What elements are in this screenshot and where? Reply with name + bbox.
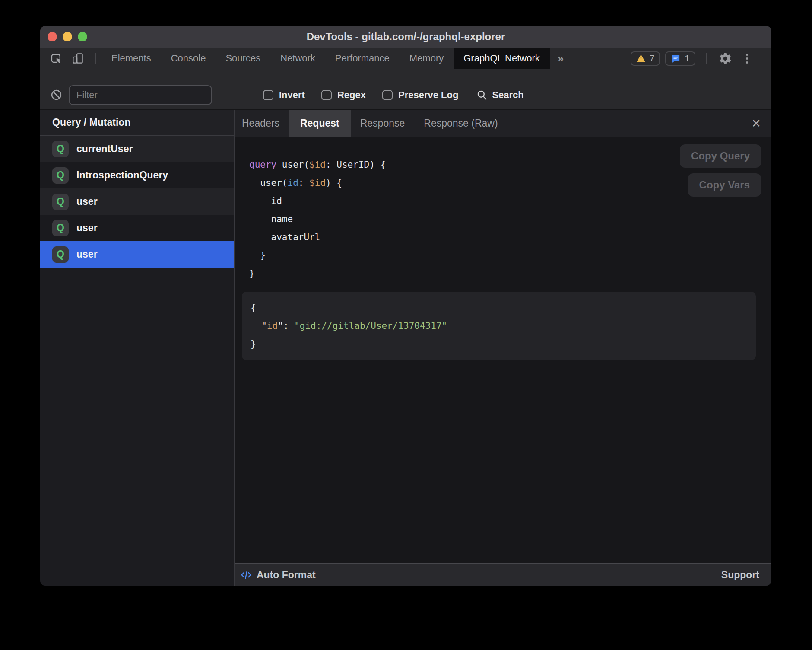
checkbox-regex-2[interactable] bbox=[321, 90, 332, 100]
warning-icon bbox=[636, 54, 646, 63]
gear-icon bbox=[719, 52, 732, 65]
main-toolbar: ElementsConsoleSourcesNetworkPerformance… bbox=[40, 48, 771, 69]
code-format-icon bbox=[240, 569, 252, 581]
device-toolbar-icon bbox=[71, 52, 84, 65]
clear-requests-button[interactable] bbox=[47, 86, 65, 104]
query-name: IntrospectionQuery bbox=[76, 169, 168, 181]
tab-memory[interactable]: Memory bbox=[400, 48, 454, 69]
titlebar: DevTools - gitlab.com/-/graphql-explorer bbox=[40, 26, 771, 48]
more-tabs-button[interactable]: » bbox=[550, 48, 571, 69]
sidebar-item-currentuser[interactable]: QcurrentUser bbox=[40, 136, 234, 162]
tab-sources[interactable]: Sources bbox=[216, 48, 270, 69]
sidebar-header: Query / Mutation bbox=[40, 110, 234, 136]
detail-tab-response[interactable]: Response bbox=[351, 110, 415, 137]
message-icon bbox=[671, 54, 681, 64]
content-area: Query / Mutation QcurrentUserQIntrospect… bbox=[40, 110, 771, 586]
support-link[interactable]: Support bbox=[721, 569, 759, 581]
detail-tab-response-raw[interactable]: Response (Raw) bbox=[414, 110, 507, 137]
inspect-cursor-icon bbox=[50, 52, 63, 65]
query-type-badge: Q bbox=[52, 141, 69, 157]
query-name: currentUser bbox=[76, 143, 133, 155]
checkbox-label[interactable]: Preserve Log bbox=[398, 89, 458, 101]
window-title: DevTools - gitlab.com/-/graphql-explorer bbox=[40, 31, 771, 43]
issues-badge[interactable]: 1 bbox=[665, 51, 695, 66]
filter-bar: InvertRegexPreserve Log Search bbox=[40, 69, 771, 110]
requests-sidebar: Query / Mutation QcurrentUserQIntrospect… bbox=[40, 110, 234, 586]
detail-tabs: HeadersRequestResponseResponse (Raw)✕ bbox=[235, 110, 771, 137]
detail-panel: HeadersRequestResponseResponse (Raw)✕ Co… bbox=[235, 110, 771, 586]
checkbox-label[interactable]: Invert bbox=[279, 89, 305, 101]
filter-input[interactable] bbox=[69, 85, 212, 105]
filter-toggle-preserve-log: Preserve Log bbox=[382, 89, 458, 101]
search-label: Search bbox=[492, 89, 523, 101]
toolbar-separator bbox=[95, 53, 96, 64]
sidebar-item-introspectionquery[interactable]: QIntrospectionQuery bbox=[40, 162, 234, 188]
query-name: user bbox=[76, 249, 98, 260]
detail-tab-headers[interactable]: Headers bbox=[242, 110, 289, 137]
zoom-window-button[interactable] bbox=[78, 32, 87, 41]
search-button[interactable]: Search bbox=[476, 89, 523, 101]
block-icon bbox=[50, 89, 63, 101]
query-name: user bbox=[76, 196, 98, 207]
checkbox-invert-2[interactable] bbox=[263, 90, 273, 100]
query-type-badge: Q bbox=[52, 246, 69, 263]
settings-button[interactable] bbox=[717, 50, 733, 67]
sidebar-item-user-3[interactable]: Quser bbox=[40, 241, 234, 268]
copy-query-button[interactable]: Copy Query bbox=[680, 144, 761, 168]
auto-format-button[interactable]: Auto Format bbox=[257, 569, 316, 581]
devtools-window: DevTools - gitlab.com/-/graphql-explorer… bbox=[40, 26, 771, 586]
request-tab-content: Copy Query Copy Vars query user($id: Use… bbox=[235, 137, 771, 563]
filter-toggle-invert: Invert bbox=[263, 89, 305, 101]
detail-footer: Auto Format Support bbox=[235, 563, 771, 586]
kebab-menu-icon bbox=[746, 54, 748, 64]
toolbar-left bbox=[40, 48, 102, 69]
window-controls bbox=[48, 26, 87, 48]
warnings-badge[interactable]: 7 bbox=[631, 51, 660, 66]
variables-box: { "id": "gid://gitlab/User/13704317"} bbox=[242, 292, 756, 360]
more-options-button[interactable] bbox=[739, 50, 755, 67]
search-icon bbox=[476, 89, 488, 101]
warning-count: 7 bbox=[650, 53, 655, 64]
requests-list: QcurrentUserQIntrospectionQueryQuserQuse… bbox=[40, 136, 234, 268]
tab-elements[interactable]: Elements bbox=[102, 48, 161, 69]
close-detail-button[interactable]: ✕ bbox=[751, 110, 761, 137]
filter-toggles: InvertRegexPreserve Log bbox=[263, 89, 458, 101]
devtools-tabs: ElementsConsoleSourcesNetworkPerformance… bbox=[102, 48, 550, 69]
detail-tab-request[interactable]: Request bbox=[289, 110, 351, 137]
sidebar-item-user-2[interactable]: Quser bbox=[40, 215, 234, 241]
graphql-variables-code: { "id": "gid://gitlab/User/13704317"} bbox=[251, 299, 747, 353]
filter-toggle-regex: Regex bbox=[321, 89, 366, 101]
sidebar-item-user[interactable]: Quser bbox=[40, 188, 234, 215]
copy-buttons: Copy Query Copy Vars bbox=[680, 144, 761, 197]
query-type-badge: Q bbox=[52, 167, 69, 184]
tab-performance[interactable]: Performance bbox=[325, 48, 400, 69]
tab-network[interactable]: Network bbox=[270, 48, 325, 69]
issues-count: 1 bbox=[685, 53, 690, 64]
query-type-badge: Q bbox=[52, 220, 69, 236]
tab-console[interactable]: Console bbox=[161, 48, 216, 69]
inspect-element-button[interactable] bbox=[47, 50, 65, 67]
query-type-badge: Q bbox=[52, 194, 69, 210]
query-name: user bbox=[76, 222, 98, 234]
device-toolbar-button[interactable] bbox=[69, 50, 87, 67]
close-window-button[interactable] bbox=[48, 32, 57, 41]
checkbox-preserve-log-2[interactable] bbox=[382, 90, 393, 100]
minimize-window-button[interactable] bbox=[63, 32, 72, 41]
tab-graphql-network[interactable]: GraphQL Network bbox=[454, 48, 549, 69]
checkbox-label[interactable]: Regex bbox=[337, 89, 366, 101]
toolbar-right: 7 1 bbox=[631, 48, 771, 69]
copy-vars-button[interactable]: Copy Vars bbox=[688, 173, 761, 197]
toolbar-separator bbox=[706, 53, 707, 64]
